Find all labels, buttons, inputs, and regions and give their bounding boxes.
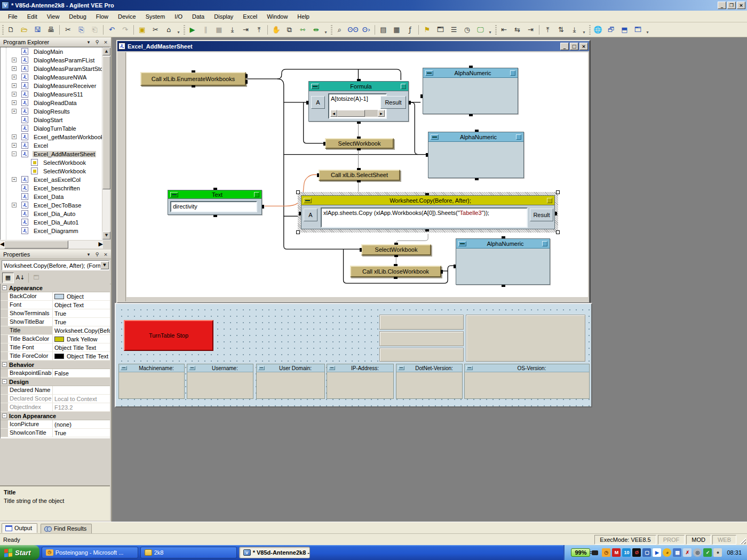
tree-item[interactable]: +DialogMeasureReceiver [1, 82, 109, 90]
data-out-pin[interactable] [441, 270, 443, 274]
monitor-icon[interactable]: 🖵 [474, 24, 487, 36]
menu-file[interactable]: File [3, 12, 22, 21]
chevron-down-icon[interactable]: ▼ [100, 261, 109, 269]
data-in-pin[interactable] [323, 142, 325, 146]
toolbar-overflow-icon[interactable]: ▾ [323, 24, 329, 36]
cut-icon[interactable]: ✂ [62, 24, 74, 36]
category-row[interactable]: −Design [1, 378, 110, 386]
formula-expression-field[interactable]: A[totsize(A)-1] ◀▶ [328, 93, 387, 119]
form-icon[interactable]: 🗔 [434, 24, 447, 36]
block-selectworkbook-1[interactable]: SelectWorkbook [325, 138, 394, 149]
data-out-pin[interactable] [245, 80, 248, 84]
sequence-in-pin[interactable] [357, 168, 361, 170]
menu-debug[interactable]: Debug [64, 12, 91, 21]
minimize-icon[interactable] [304, 198, 312, 203]
step-into-icon[interactable]: ⤓ [226, 24, 239, 36]
tree-item[interactable]: +Excel_DecToBase [1, 201, 109, 210]
data-in-pin[interactable] [306, 101, 308, 105]
worksheet-code-field[interactable]: xlApp.sheets.Copy (xlApp.Workbooks(A[0])… [321, 207, 528, 228]
sequence-out-pin[interactable] [357, 180, 361, 182]
sequence-out-pin[interactable] [192, 85, 195, 87]
tray-volume-icon[interactable]: ◎ [693, 548, 702, 557]
battery-indicator[interactable]: 99% [571, 548, 590, 557]
resize-handle[interactable] [296, 190, 300, 194]
pin-icon[interactable]: ⚲ [93, 38, 101, 45]
minimize-icon[interactable] [425, 70, 433, 76]
tree-item[interactable]: +DialogMeasureNWA [1, 73, 109, 82]
print-icon[interactable]: 🖶 [45, 24, 57, 36]
block-worksheet-copy[interactable]: Worksheet.Copy(Before, After); A xlApp.s… [301, 195, 555, 229]
minimize-icon[interactable] [431, 134, 439, 140]
tree-item[interactable]: +DialogResults [1, 107, 109, 116]
toolbar-overflow-icon[interactable]: ▾ [581, 24, 587, 36]
property-row[interactable]: Declared Name [1, 386, 110, 395]
minimize-icon[interactable] [311, 84, 319, 89]
close-icon[interactable]: × [102, 38, 109, 45]
block-formula[interactable]: Formula A A[totsize(A)-1] ◀▶ Result [308, 81, 409, 122]
align-right-icon[interactable]: ⇥ [525, 24, 537, 36]
menu-io[interactable]: I/O [170, 12, 187, 21]
step-over-icon[interactable]: ⇥ [240, 24, 252, 36]
resize-corner-icon[interactable] [254, 192, 259, 197]
property-pages-icon[interactable]: 🗔 [30, 273, 42, 283]
sequence-in-pin[interactable] [394, 243, 398, 245]
block-call-enumerateworkbooks[interactable]: Call xlLib.EnumerateWorkbooks [140, 72, 246, 86]
paste-icon[interactable]: ⎗ [89, 24, 101, 36]
sequence-in-pin[interactable] [502, 236, 505, 238]
sequence-out-pin[interactable] [425, 229, 429, 231]
copy-icon[interactable]: ⎘ [75, 24, 88, 36]
minimize-icon[interactable] [258, 366, 265, 370]
tray-intel-icon[interactable]: 10 [622, 548, 631, 557]
input-terminal-a[interactable]: A [311, 96, 325, 109]
block-call-closeworkbook[interactable]: Call xlLib.CloseWorkbook [350, 266, 441, 277]
tree-item[interactable]: Excel_Dia_Auto1 [1, 218, 109, 227]
property-row[interactable]: BackColorObject [1, 292, 110, 301]
flag-icon[interactable]: ⚑ [421, 24, 433, 36]
mdi-titlebar[interactable]: Excel_AddMasterSheet _ □ × [117, 41, 589, 51]
data-out-pin[interactable] [555, 212, 557, 215]
property-row[interactable]: ShowIconTitleTrue [1, 429, 110, 437]
block-alphanumeric-1[interactable]: AlphaNumeric [423, 68, 518, 114]
menu-view[interactable]: View [42, 12, 65, 21]
minimize-icon[interactable] [458, 241, 466, 246]
run-icon[interactable]: ▶ [186, 24, 198, 36]
properties-icon[interactable]: ▤ [377, 24, 390, 36]
zoom-icon[interactable]: ⌕ [333, 24, 346, 36]
resize-handle[interactable] [556, 190, 560, 194]
sequence-in-pin[interactable] [357, 79, 361, 81]
home-icon[interactable]: ⌂ [163, 24, 175, 36]
function-icon[interactable]: ƒ [404, 24, 416, 36]
sequence-in-pin[interactable] [469, 66, 473, 68]
menu-edit[interactable]: Edit [22, 12, 42, 21]
sequence-out-pin[interactable] [357, 148, 361, 150]
property-row[interactable]: ObjectIndexF123.2 [1, 403, 110, 412]
tray-blocked-icon[interactable]: Ø [632, 548, 641, 557]
tree-item[interactable]: DialogStart [1, 116, 109, 124]
menu-system[interactable]: System [141, 12, 170, 21]
properties-object-selector[interactable]: Worksheet.Copy(Before, After); (Formul ▼ [2, 260, 109, 270]
category-row[interactable]: −Behavior [1, 361, 110, 369]
category-row[interactable]: −Icon Appearance [1, 412, 110, 420]
tree-item[interactable]: DialogTurnTable [1, 124, 109, 133]
sort-az-icon[interactable]: A↓ [14, 273, 26, 283]
close-button[interactable]: × [737, 2, 745, 9]
align-middle-icon[interactable]: ⇅ [555, 24, 567, 36]
size-to-fit-icon[interactable]: ⇿ [297, 24, 309, 36]
align-center-icon[interactable]: ⇆ [511, 24, 523, 36]
web-globe-icon[interactable]: 🌐 [592, 24, 604, 36]
undo-icon[interactable]: ↶ [106, 24, 118, 36]
block-alphanumeric-2[interactable]: AlphaNumeric [428, 132, 524, 178]
tray-shield-icon[interactable]: ✓ [703, 548, 712, 557]
canvas-left-scrollbar[interactable] [118, 52, 126, 301]
minimize-icon[interactable] [189, 366, 195, 370]
pane-menu-icon[interactable]: ▾ [85, 38, 92, 45]
pan-icon[interactable]: ✋ [270, 24, 282, 36]
toolbar-overflow-icon[interactable]: ▾ [645, 24, 650, 36]
sequence-out-pin[interactable] [502, 285, 505, 287]
timer-icon[interactable]: ◷ [461, 24, 473, 36]
tree-horizontal-scrollbar[interactable]: ◀▶ [0, 241, 103, 249]
block-alphanumeric-3[interactable]: AlphaNumeric [456, 238, 550, 285]
taskbar-item-vee-active[interactable]: V * V85d-Antenne2k8 - A... [239, 547, 310, 558]
tree-item[interactable]: Excel_beschriften [1, 184, 109, 193]
tray-network-icon[interactable]: ▤ [673, 548, 681, 557]
